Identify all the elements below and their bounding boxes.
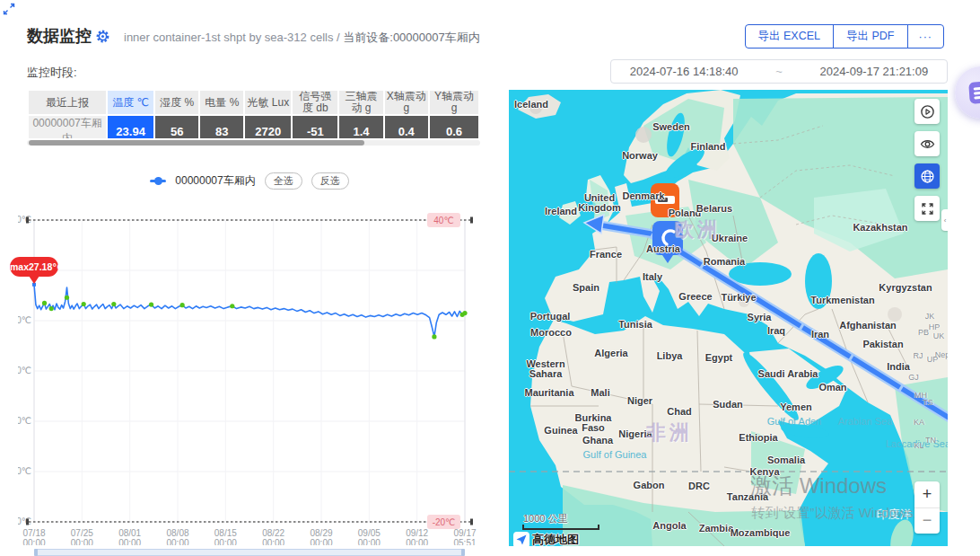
play-icon (926, 109, 930, 113)
more-actions-button[interactable]: ··· (907, 24, 945, 49)
page-title: 数据监控 (27, 25, 92, 47)
svg-text:07/25: 07/25 (71, 528, 93, 538)
svg-text:00:00: 00:00 (310, 538, 332, 545)
temperature-line-chart[interactable]: 07/1800:0007/2500:0008/0100:0008/0800:00… (18, 211, 489, 545)
sensor-value-cell: 0.6 (430, 116, 478, 138)
column-header-8[interactable]: Y轴震动 g (430, 91, 478, 114)
map-scale-label: 1000 公里 (523, 512, 568, 525)
container-marker (651, 183, 679, 217)
export-excel-button[interactable]: 导出 EXCEL (745, 24, 834, 49)
data-monitor-page: 数据监控 inner container-1st shpt by sea-312… (0, 0, 980, 556)
breadcrumb-separator: / (337, 31, 340, 44)
svg-text:00:00: 00:00 (118, 538, 141, 545)
sensor-table-wrap: 最近上报温度 ℃湿度 %电量 %光敏 Lux信号强度 db三轴震动 gX轴震动 … (27, 89, 480, 138)
range-start-value[interactable]: 2024-07-16 14:18:40 (630, 65, 739, 78)
svg-text:08/29: 08/29 (310, 528, 332, 538)
sensor-value-cell: -51 (293, 116, 337, 138)
map-zoom-control: + − (914, 481, 940, 534)
column-header-1[interactable]: 温度 ℃ (108, 91, 153, 114)
svg-text:08/08: 08/08 (166, 528, 188, 538)
collapse-tab-handle[interactable]: ‹ (941, 209, 948, 231)
amap-logo-icon (513, 532, 529, 546)
svg-text:10℃: 10℃ (18, 366, 31, 375)
collapse-panel-icon[interactable] (3, 3, 15, 15)
svg-text:08/22: 08/22 (262, 528, 284, 538)
sensor-value-cell: 2720 (245, 116, 291, 138)
svg-text:40℃: 40℃ (433, 216, 453, 225)
column-header-0[interactable]: 最近上报 (29, 91, 106, 114)
invert-selection-button[interactable]: 反选 (311, 172, 349, 190)
amap-logo-text: 高德地图 (532, 532, 579, 546)
svg-text:08/01: 08/01 (118, 528, 141, 538)
column-header-7[interactable]: X轴震动 g (385, 91, 428, 114)
notes-doc-icon (968, 81, 980, 104)
sensor-value-cell: 0.4 (385, 116, 428, 138)
sensor-value-cell: 56 (155, 116, 198, 138)
sensor-value-cell: 23.94 (108, 116, 153, 138)
table-scrollbar-track[interactable] (27, 140, 480, 146)
svg-text:00:00: 00:00 (22, 538, 45, 545)
windows-activation-watermark: 激活 Windows (750, 472, 887, 500)
zoom-in-button[interactable]: + (914, 481, 940, 507)
svg-text:20℃: 20℃ (18, 315, 31, 325)
monitor-period-label: 监控时段: (27, 65, 77, 81)
svg-text:00:00: 00:00 (262, 538, 284, 545)
max-value-balloon: max27.18℃ (10, 257, 58, 277)
legend-series-label[interactable]: 00000007车厢内 (175, 173, 255, 189)
svg-text:00:00: 00:00 (166, 538, 188, 545)
svg-text:07/18: 07/18 (22, 528, 45, 538)
column-header-2[interactable]: 湿度 % (155, 91, 198, 114)
select-all-button[interactable]: 全选 (265, 172, 302, 190)
breadcrumb: inner container-1st shpt by sea-312 cell… (124, 30, 480, 46)
windows-activation-watermark-2: 转到“设置”以激活 Windows。 (751, 505, 926, 522)
breadcrumb-device: 当前设备:00000007车厢内 (343, 31, 479, 44)
svg-text:09/17: 09/17 (453, 528, 476, 538)
range-end-value[interactable]: 2024-09-17 21:21:09 (819, 65, 928, 78)
zoom-out-button[interactable]: − (914, 507, 940, 534)
play-track-button[interactable] (914, 99, 940, 124)
svg-text:05:51: 05:51 (453, 538, 476, 545)
chart-datazoom-slider[interactable] (34, 549, 465, 556)
svg-text:09/05: 09/05 (358, 528, 381, 538)
svg-text:00:00: 00:00 (358, 538, 381, 545)
column-header-3[interactable]: 电量 % (200, 91, 243, 114)
export-pdf-button[interactable]: 导出 PDF (833, 24, 907, 49)
column-header-5[interactable]: 信号强度 db (293, 91, 337, 114)
temperature-chart-area: 07/1800:0007/2500:0008/0100:0008/0800:00… (18, 211, 489, 556)
floating-assistant-widget[interactable] (955, 66, 980, 119)
svg-text:-20℃: -20℃ (433, 517, 456, 527)
svg-text:09/12: 09/12 (406, 528, 428, 538)
breadcrumb-project: inner container-1st shpt by sea-312 cell… (124, 31, 333, 44)
range-separator: ~ (775, 65, 783, 78)
column-header-4[interactable]: 光敏 Lux (245, 91, 291, 114)
column-header-6[interactable]: 三轴震动 g (339, 91, 382, 114)
svg-text:00:00: 00:00 (214, 538, 237, 545)
svg-text:00:00: 00:00 (71, 538, 93, 545)
map-scale-bar (522, 525, 599, 530)
chart-legend: 00000007车厢内 全选 反选 (0, 172, 499, 190)
route-map-canvas[interactable]: IcelandSwedenNorwayFinlandDenmarkUnitedK… (509, 90, 948, 546)
fullscreen-button[interactable] (914, 196, 940, 221)
svg-text:-10℃: -10℃ (18, 466, 31, 476)
paper-plane-icon (517, 535, 527, 545)
sensor-value-cell: 1.4 (339, 116, 382, 138)
svg-text:00:00: 00:00 (406, 538, 428, 545)
map-layer-globe-button[interactable] (914, 163, 940, 189)
settings-gear-icon[interactable] (95, 29, 110, 44)
date-range-picker[interactable]: 2024-07-16 14:18:40 ~ 2024-09-17 21:21:0… (610, 59, 948, 84)
legend-series-marker (150, 180, 166, 182)
svg-text:08/15: 08/15 (214, 528, 237, 538)
svg-text:0℃: 0℃ (18, 416, 31, 426)
visibility-button[interactable] (914, 131, 940, 156)
sensor-value-cell: 83 (200, 116, 243, 138)
map-attribution[interactable]: 高德地图 (513, 532, 579, 546)
max-value-balloon-tail (29, 276, 39, 284)
sensor-table: 最近上报温度 ℃湿度 %电量 %光敏 Lux信号强度 db三轴震动 gX轴震动 … (27, 89, 480, 138)
table-scrollbar-thumb[interactable] (29, 140, 364, 146)
fullscreen-icon (921, 202, 934, 216)
export-button-group: 导出 EXCEL 导出 PDF ··· (745, 24, 944, 49)
device-name-cell: 00000007车厢内 (29, 116, 106, 138)
